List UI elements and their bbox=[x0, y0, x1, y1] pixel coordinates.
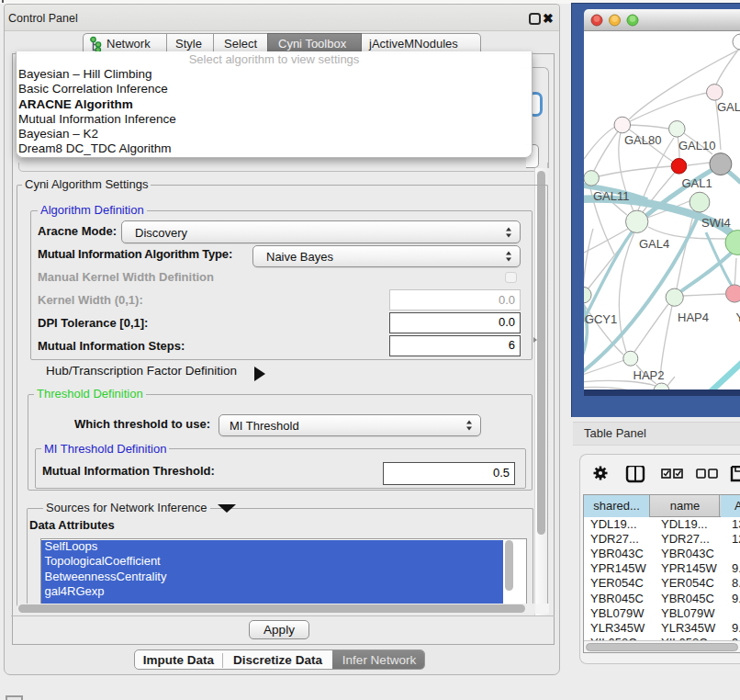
svg-text:HAP2: HAP2 bbox=[633, 368, 665, 382]
svg-text:GAL80: GAL80 bbox=[624, 133, 661, 147]
svg-text:GAL4: GAL4 bbox=[639, 237, 669, 251]
svg-text:GAL10: GAL10 bbox=[678, 139, 715, 152]
svg-text:GAL1: GAL1 bbox=[682, 176, 712, 190]
svg-text:GAL11: GAL11 bbox=[593, 189, 630, 203]
svg-text:GCY1: GCY1 bbox=[585, 312, 617, 326]
svg-text:Y: Y bbox=[736, 310, 740, 324]
svg-text:HAP4: HAP4 bbox=[678, 310, 709, 324]
svg-text:GAL7: GAL7 bbox=[717, 100, 740, 114]
svg-text:SWI4: SWI4 bbox=[701, 216, 731, 230]
